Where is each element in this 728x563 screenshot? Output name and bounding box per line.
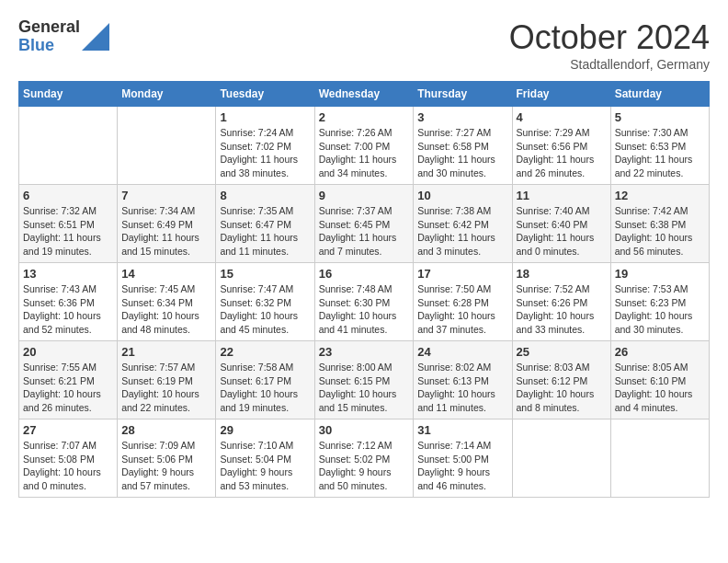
month-title: October 2024 [509, 18, 710, 57]
weekday-header: Wednesday [314, 82, 414, 107]
calendar-cell: 25Sunrise: 8:03 AM Sunset: 6:12 PM Dayli… [512, 341, 610, 419]
day-number: 29 [220, 423, 310, 437]
day-info: Sunrise: 7:48 AM Sunset: 6:30 PM Dayligh… [319, 282, 410, 337]
day-info: Sunrise: 7:26 AM Sunset: 7:00 PM Dayligh… [319, 126, 410, 180]
calendar-cell: 24Sunrise: 8:02 AM Sunset: 6:13 PM Dayli… [414, 341, 512, 419]
day-number: 8 [220, 189, 310, 202]
day-number: 21 [121, 345, 211, 359]
calendar-week-row: 1Sunrise: 7:24 AM Sunset: 7:02 PM Daylig… [19, 107, 710, 185]
day-number: 14 [121, 267, 211, 281]
day-info: Sunrise: 7:58 AM Sunset: 6:17 PM Dayligh… [220, 361, 310, 415]
day-number: 9 [319, 189, 410, 202]
day-number: 2 [319, 110, 410, 124]
calendar-cell [118, 107, 216, 185]
calendar-table: SundayMondayTuesdayWednesdayThursdayFrid… [18, 81, 710, 498]
day-number: 31 [417, 423, 507, 437]
calendar-week-row: 13Sunrise: 7:43 AM Sunset: 6:36 PM Dayli… [19, 263, 710, 341]
calendar-cell [512, 419, 610, 498]
title-block: October 2024 Stadtallendorf, Germany [509, 18, 710, 72]
day-info: Sunrise: 7:57 AM Sunset: 6:19 PM Dayligh… [121, 361, 211, 415]
day-number: 26 [615, 345, 705, 359]
logo-blue: Blue [18, 37, 80, 55]
calendar-cell: 12Sunrise: 7:42 AM Sunset: 6:38 PM Dayli… [610, 185, 709, 263]
calendar-cell: 8Sunrise: 7:35 AM Sunset: 6:47 PM Daylig… [216, 185, 314, 263]
calendar-cell: 2Sunrise: 7:26 AM Sunset: 7:00 PM Daylig… [314, 107, 414, 185]
day-number: 3 [417, 110, 507, 124]
day-number: 17 [417, 267, 507, 281]
weekday-header: Monday [118, 82, 216, 107]
day-number: 10 [417, 189, 507, 202]
calendar-cell: 11Sunrise: 7:40 AM Sunset: 6:40 PM Dayli… [512, 185, 610, 263]
day-number: 18 [517, 267, 607, 281]
calendar-cell: 10Sunrise: 7:38 AM Sunset: 6:42 PM Dayli… [414, 185, 512, 263]
weekday-header: Friday [512, 82, 610, 107]
day-info: Sunrise: 8:03 AM Sunset: 6:12 PM Dayligh… [517, 361, 607, 415]
day-number: 16 [319, 267, 410, 281]
day-number: 23 [319, 345, 410, 359]
calendar-cell: 16Sunrise: 7:48 AM Sunset: 6:30 PM Dayli… [314, 263, 414, 341]
day-number: 1 [220, 110, 310, 124]
day-info: Sunrise: 7:55 AM Sunset: 6:21 PM Dayligh… [23, 361, 113, 415]
day-number: 25 [517, 345, 607, 359]
calendar-cell: 14Sunrise: 7:45 AM Sunset: 6:34 PM Dayli… [118, 263, 216, 341]
weekday-header: Tuesday [216, 82, 314, 107]
calendar-cell: 5Sunrise: 7:30 AM Sunset: 6:53 PM Daylig… [610, 107, 709, 185]
calendar-cell: 30Sunrise: 7:12 AM Sunset: 5:02 PM Dayli… [314, 419, 414, 498]
day-number: 6 [23, 189, 113, 202]
calendar-cell: 3Sunrise: 7:27 AM Sunset: 6:58 PM Daylig… [414, 107, 512, 185]
calendar-cell: 13Sunrise: 7:43 AM Sunset: 6:36 PM Dayli… [19, 263, 118, 341]
day-info: Sunrise: 7:42 AM Sunset: 6:38 PM Dayligh… [615, 204, 705, 259]
day-info: Sunrise: 7:53 AM Sunset: 6:23 PM Dayligh… [615, 282, 705, 337]
day-info: Sunrise: 8:02 AM Sunset: 6:13 PM Dayligh… [417, 361, 507, 415]
day-info: Sunrise: 7:30 AM Sunset: 6:53 PM Dayligh… [615, 126, 705, 180]
calendar-cell: 26Sunrise: 8:05 AM Sunset: 6:10 PM Dayli… [610, 341, 709, 419]
day-info: Sunrise: 7:38 AM Sunset: 6:42 PM Dayligh… [417, 204, 507, 259]
calendar-cell: 6Sunrise: 7:32 AM Sunset: 6:51 PM Daylig… [19, 185, 118, 263]
day-info: Sunrise: 7:27 AM Sunset: 6:58 PM Dayligh… [417, 126, 507, 180]
day-number: 20 [23, 345, 113, 359]
calendar-cell: 31Sunrise: 7:14 AM Sunset: 5:00 PM Dayli… [414, 419, 512, 498]
day-info: Sunrise: 7:43 AM Sunset: 6:36 PM Dayligh… [23, 282, 113, 337]
weekday-header: Sunday [19, 82, 118, 107]
day-info: Sunrise: 7:09 AM Sunset: 5:06 PM Dayligh… [121, 439, 211, 493]
weekday-header-row: SundayMondayTuesdayWednesdayThursdayFrid… [19, 82, 710, 107]
day-number: 13 [23, 267, 113, 281]
calendar-cell: 4Sunrise: 7:29 AM Sunset: 6:56 PM Daylig… [512, 107, 610, 185]
calendar-cell: 9Sunrise: 7:37 AM Sunset: 6:45 PM Daylig… [314, 185, 414, 263]
day-info: Sunrise: 7:07 AM Sunset: 5:08 PM Dayligh… [23, 439, 113, 493]
day-info: Sunrise: 7:50 AM Sunset: 6:28 PM Dayligh… [417, 282, 507, 337]
calendar-cell: 23Sunrise: 8:00 AM Sunset: 6:15 PM Dayli… [314, 341, 414, 419]
day-number: 28 [121, 423, 211, 437]
logo-icon [82, 23, 109, 51]
day-info: Sunrise: 7:14 AM Sunset: 5:00 PM Dayligh… [417, 439, 507, 493]
calendar-cell [19, 107, 118, 185]
day-info: Sunrise: 7:29 AM Sunset: 6:56 PM Dayligh… [517, 126, 607, 180]
calendar-cell: 27Sunrise: 7:07 AM Sunset: 5:08 PM Dayli… [19, 419, 118, 498]
day-number: 15 [220, 267, 310, 281]
day-number: 5 [615, 110, 705, 124]
logo-general: General [18, 18, 80, 37]
day-number: 19 [615, 267, 705, 281]
weekday-header: Thursday [414, 82, 512, 107]
day-number: 7 [121, 189, 211, 202]
calendar-cell: 29Sunrise: 7:10 AM Sunset: 5:04 PM Dayli… [216, 419, 314, 498]
day-number: 11 [517, 189, 607, 202]
day-info: Sunrise: 7:24 AM Sunset: 7:02 PM Dayligh… [220, 126, 310, 180]
day-number: 4 [517, 110, 607, 124]
calendar-week-row: 27Sunrise: 7:07 AM Sunset: 5:08 PM Dayli… [19, 419, 710, 498]
day-number: 30 [319, 423, 410, 437]
day-number: 27 [23, 423, 113, 437]
calendar-cell: 17Sunrise: 7:50 AM Sunset: 6:28 PM Dayli… [414, 263, 512, 341]
day-info: Sunrise: 7:45 AM Sunset: 6:34 PM Dayligh… [121, 282, 211, 337]
calendar-cell: 15Sunrise: 7:47 AM Sunset: 6:32 PM Dayli… [216, 263, 314, 341]
calendar-cell: 28Sunrise: 7:09 AM Sunset: 5:06 PM Dayli… [118, 419, 216, 498]
day-info: Sunrise: 7:32 AM Sunset: 6:51 PM Dayligh… [23, 204, 113, 259]
day-info: Sunrise: 7:34 AM Sunset: 6:49 PM Dayligh… [121, 204, 211, 259]
calendar-week-row: 6Sunrise: 7:32 AM Sunset: 6:51 PM Daylig… [19, 185, 710, 263]
calendar-cell [610, 419, 709, 498]
calendar-cell: 19Sunrise: 7:53 AM Sunset: 6:23 PM Dayli… [610, 263, 709, 341]
location: Stadtallendorf, Germany [509, 57, 710, 72]
day-info: Sunrise: 8:05 AM Sunset: 6:10 PM Dayligh… [615, 361, 705, 415]
page-header: General Blue October 2024 Stadtallendorf… [18, 18, 710, 72]
day-info: Sunrise: 7:35 AM Sunset: 6:47 PM Dayligh… [220, 204, 310, 259]
